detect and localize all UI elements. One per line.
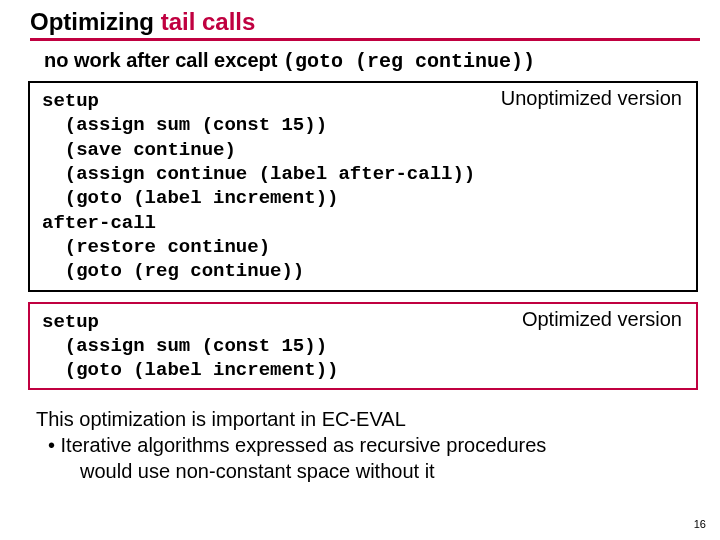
footer-bullet-b: would use non-constant space without it: [36, 458, 692, 484]
slide-title: Optimizing tail calls: [0, 8, 720, 38]
title-underline: [30, 38, 700, 41]
unoptimized-label: Unoptimized version: [501, 87, 682, 110]
subtitle-mono: (goto (reg continue)): [283, 50, 535, 73]
subtitle: no work after call except (goto (reg con…: [0, 49, 720, 81]
unoptimized-code: setup (assign sum (const 15)) (save cont…: [42, 89, 686, 284]
unoptimized-box: Unoptimized version setup (assign sum (c…: [28, 81, 698, 292]
page-number: 16: [694, 518, 706, 530]
footer-text: This optimization is important in EC-EVA…: [0, 400, 720, 484]
subtitle-bold: no work after call except: [44, 49, 283, 71]
optimized-box: Optimized version setup (assign sum (con…: [28, 302, 698, 391]
title-pre: Optimizing: [30, 8, 161, 35]
optimized-label: Optimized version: [522, 308, 682, 331]
title-red: tail calls: [161, 8, 256, 35]
footer-bullet-a: • Iterative algorithms expressed as recu…: [36, 432, 692, 458]
footer-line1: This optimization is important in EC-EVA…: [36, 406, 692, 432]
